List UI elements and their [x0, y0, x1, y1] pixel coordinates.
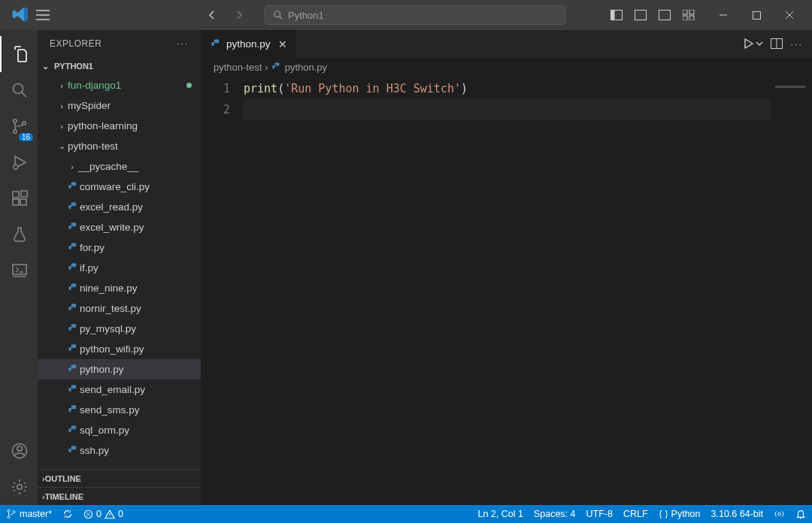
python-file-icon: [66, 181, 80, 192]
nav-back-icon[interactable]: [201, 6, 223, 24]
file-for-py[interactable]: for.py: [38, 237, 201, 258]
breadcrumb-file[interactable]: python.py: [285, 62, 327, 73]
settings-activity-icon[interactable]: [0, 469, 38, 505]
file-python-py[interactable]: python.py: [38, 359, 201, 379]
workspace-root-header[interactable]: ⌄ PYTHON1: [38, 57, 201, 75]
status-interpreter[interactable]: 3.10.6 64-bit: [711, 509, 764, 519]
tab-python-py[interactable]: python.py ✕: [201, 30, 297, 57]
file-label: ssh.py: [80, 445, 109, 456]
folder-python-test[interactable]: ⌄ python-test: [38, 136, 201, 156]
svg-point-13: [14, 119, 17, 123]
window-close-icon[interactable]: [773, 0, 806, 30]
svg-rect-7: [683, 10, 687, 14]
editor-more-icon[interactable]: ···: [790, 38, 803, 50]
search-activity-icon[interactable]: [0, 72, 38, 108]
vscode-logo-icon: [12, 6, 30, 24]
svg-rect-20: [21, 191, 27, 197]
outline-section-header[interactable]: › OUTLINE: [38, 469, 201, 487]
file-ssh-py[interactable]: ssh.py: [38, 440, 201, 461]
file-label: excel_read.py: [80, 201, 143, 213]
layout-sidebar-right-icon[interactable]: [654, 5, 675, 26]
remote-activity-icon[interactable]: [0, 252, 38, 289]
explorer-more-icon[interactable]: ···: [177, 38, 189, 49]
file-python_wifi-py[interactable]: python_wifi.py: [38, 339, 201, 359]
split-editor-icon[interactable]: [771, 38, 783, 49]
svg-point-30: [71, 284, 72, 285]
status-bell-icon[interactable]: [795, 509, 806, 519]
status-encoding[interactable]: UTF-8: [586, 509, 613, 519]
window-minimize-icon[interactable]: [707, 0, 740, 30]
status-eol[interactable]: CRLF: [623, 509, 648, 519]
file-send_sms-py[interactable]: send_sms.py: [38, 400, 201, 420]
python-file-icon: [66, 283, 80, 294]
status-language[interactable]: Python: [659, 509, 701, 519]
tab-close-icon[interactable]: ✕: [278, 38, 287, 50]
svg-point-42: [8, 516, 10, 518]
file-excel_write-py[interactable]: excel_write.py: [38, 217, 201, 237]
minimap[interactable]: [770, 78, 812, 505]
editor-area: python.py ✕ ··· python-test › python.py …: [201, 30, 812, 505]
python-file-icon: [66, 384, 80, 395]
file-if-py[interactable]: if.py: [38, 258, 201, 278]
svg-point-0: [274, 11, 280, 17]
status-problems[interactable]: 0 0: [83, 509, 123, 519]
extensions-activity-icon[interactable]: [0, 180, 38, 216]
explorer-activity-icon[interactable]: [0, 36, 38, 72]
window-maximize-icon[interactable]: [740, 0, 773, 30]
file-excel_read-py[interactable]: excel_read.py: [38, 197, 201, 217]
file-nornir_test-py[interactable]: nornir_test.py: [38, 298, 201, 319]
accounts-activity-icon[interactable]: [0, 433, 38, 469]
editor-tab-bar: python.py ✕ ···: [201, 30, 812, 57]
python-file-icon: [66, 364, 80, 375]
breadcrumb-folder[interactable]: python-test: [214, 62, 262, 73]
folder-fun-django1[interactable]: › fun-django1: [38, 75, 201, 95]
file-sql_orm-py[interactable]: sql_orm.py: [38, 420, 201, 440]
minimap-line: [775, 86, 805, 88]
testing-activity-icon[interactable]: [0, 216, 38, 252]
code-line-2[interactable]: [244, 99, 770, 120]
file-label: nine_nine.py: [80, 283, 138, 294]
run-file-icon[interactable]: [742, 38, 754, 50]
python-file-icon: [66, 242, 80, 253]
source-control-activity-icon[interactable]: 16: [0, 108, 38, 144]
svg-rect-17: [13, 192, 19, 198]
svg-point-28: [71, 243, 72, 244]
layout-sidebar-left-icon[interactable]: [606, 5, 627, 26]
warning-icon: [105, 509, 115, 519]
breadcrumb[interactable]: python-test › python.py: [201, 57, 812, 77]
timeline-section-header[interactable]: › TIMELINE: [38, 487, 201, 505]
status-sync[interactable]: [62, 509, 73, 519]
code-line-1[interactable]: print('Run Python in H3C Switch'): [244, 78, 770, 99]
tab-label: python.py: [226, 38, 271, 50]
folder-label: python-learning: [68, 120, 138, 132]
modified-dot-icon: [186, 83, 192, 88]
folder-pycache[interactable]: › __pycache__: [38, 156, 201, 177]
layout-panel-icon[interactable]: [630, 5, 651, 26]
file-label: nornir_test.py: [80, 303, 141, 314]
folder-label: mySpider: [68, 100, 111, 111]
status-feedback-icon[interactable]: [774, 509, 785, 519]
run-dropdown-icon[interactable]: [756, 40, 763, 47]
language-label: Python: [671, 509, 701, 519]
svg-rect-11: [753, 11, 760, 19]
file-comware_cli-py[interactable]: comware_cli.py: [38, 177, 201, 197]
hamburger-menu-icon[interactable]: [36, 10, 66, 20]
file-py_mysql-py[interactable]: py_mysql.py: [38, 319, 201, 339]
timeline-label: TIMELINE: [45, 492, 83, 501]
status-branch[interactable]: master*: [6, 509, 52, 519]
file-send_email-py[interactable]: send_email.py: [38, 379, 201, 400]
file-label: py_mysql.py: [80, 323, 136, 334]
python-file-icon: [66, 262, 80, 274]
python-file-icon: [271, 62, 282, 72]
folder-myspider[interactable]: › mySpider: [38, 95, 201, 116]
nav-forward-icon[interactable]: [229, 6, 250, 24]
status-spaces[interactable]: Spaces: 4: [534, 509, 576, 519]
code-editor[interactable]: 1 2 print('Run Python in H3C Switch'): [201, 77, 812, 505]
run-debug-activity-icon[interactable]: [0, 144, 38, 180]
folder-python-learning[interactable]: › python-learning: [38, 116, 201, 136]
python-file-icon: [66, 222, 80, 233]
command-center-search[interactable]: Python1: [265, 5, 565, 25]
file-nine_nine-py[interactable]: nine_nine.py: [38, 278, 201, 298]
status-cursor[interactable]: Ln 2, Col 1: [477, 509, 523, 519]
layout-customize-icon[interactable]: [678, 5, 699, 26]
